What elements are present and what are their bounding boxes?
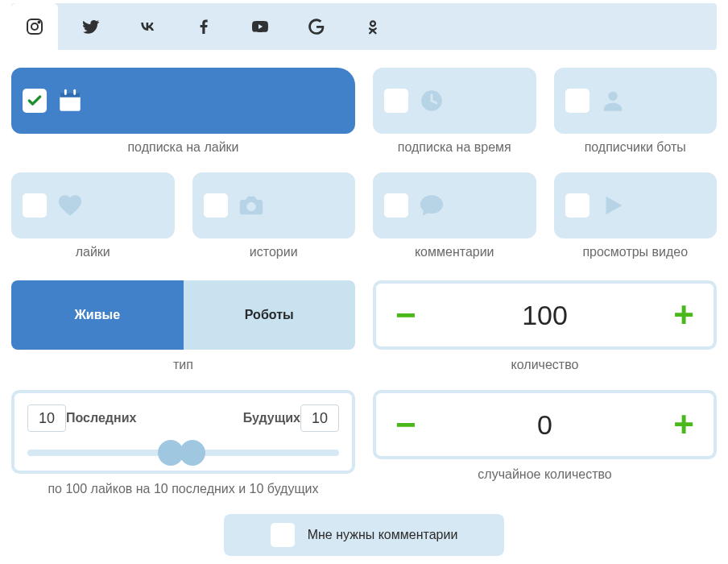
tab-youtube[interactable] <box>237 3 283 50</box>
comment-icon <box>418 192 445 219</box>
range-right-input[interactable]: 10 <box>300 404 339 432</box>
range-box: 10 Последних Будущих 10 <box>11 390 355 474</box>
svg-rect-6 <box>73 89 76 95</box>
card-sub-time[interactable] <box>373 68 536 134</box>
seg-live[interactable]: Живые <box>11 280 184 350</box>
user-icon <box>599 87 627 114</box>
qty-label: количество <box>373 358 717 372</box>
tab-vk[interactable] <box>124 3 171 50</box>
card-views[interactable] <box>554 172 718 238</box>
range-left-input[interactable]: 10 <box>27 404 66 432</box>
tab-instagram[interactable] <box>11 3 58 50</box>
card-likes-label: лайки <box>11 245 175 259</box>
unchecked-box <box>384 193 408 218</box>
rand-plus[interactable]: + <box>673 407 694 442</box>
card-sub-bots-label: подписчики боты <box>554 140 718 155</box>
calendar-icon <box>56 87 84 114</box>
card-sub-bots[interactable] <box>554 68 718 134</box>
unchecked-box <box>23 193 47 218</box>
range-left-label: Последних <box>66 411 136 425</box>
card-sub-time-label: подписка на время <box>373 140 536 155</box>
card-stories[interactable] <box>192 172 356 238</box>
qty-minus[interactable]: − <box>395 297 416 333</box>
rand-label: случайное количество <box>373 467 717 482</box>
card-likes[interactable] <box>11 172 175 238</box>
unchecked-box <box>204 193 228 218</box>
qty-stepper: − 100 + <box>373 280 717 350</box>
rand-value: 0 <box>537 409 552 441</box>
type-segmented: Живые Роботы <box>11 280 355 350</box>
social-tabs <box>11 3 717 50</box>
svg-point-9 <box>246 202 255 211</box>
tab-facebook[interactable] <box>180 3 227 50</box>
card-sub-likes-label: подписка на лайки <box>11 140 355 155</box>
rand-minus[interactable]: − <box>395 407 416 442</box>
type-label: тип <box>11 358 355 372</box>
range-thumb-right[interactable] <box>180 440 205 466</box>
rand-stepper: − 0 + <box>373 390 717 459</box>
comments-toggle[interactable]: Мне нужны комментарии <box>224 514 504 556</box>
qty-value: 100 <box>522 300 568 331</box>
clock-icon <box>418 87 445 114</box>
svg-point-1 <box>31 23 38 30</box>
camera-icon <box>238 192 265 219</box>
seg-robots[interactable]: Роботы <box>184 280 356 350</box>
svg-rect-4 <box>60 93 81 97</box>
unchecked-box <box>565 89 589 113</box>
comments-toggle-label: Мне нужны комментарии <box>308 528 458 542</box>
unchecked-box <box>565 193 589 218</box>
svg-point-2 <box>39 22 40 23</box>
tab-twitter[interactable] <box>68 3 114 50</box>
card-stories-label: истории <box>192 245 356 259</box>
range-caption: по 100 лайков на 10 последних и 10 будущ… <box>11 482 355 496</box>
card-sub-likes[interactable] <box>11 68 355 134</box>
check-icon <box>23 89 47 113</box>
card-views-label: просмотры видео <box>554 245 718 259</box>
tab-odnoklassniki[interactable] <box>350 3 396 50</box>
range-slider[interactable] <box>27 450 339 456</box>
card-comments[interactable] <box>373 172 536 238</box>
heart-icon <box>56 192 84 219</box>
svg-point-8 <box>608 92 617 101</box>
svg-rect-5 <box>64 89 67 95</box>
qty-plus[interactable]: + <box>673 297 694 333</box>
unchecked-box <box>271 523 295 547</box>
tab-google[interactable] <box>293 3 340 50</box>
unchecked-box <box>384 89 408 113</box>
play-icon <box>599 192 627 219</box>
range-right-label: Будущих <box>243 411 300 425</box>
card-comments-label: комментарии <box>373 245 536 259</box>
